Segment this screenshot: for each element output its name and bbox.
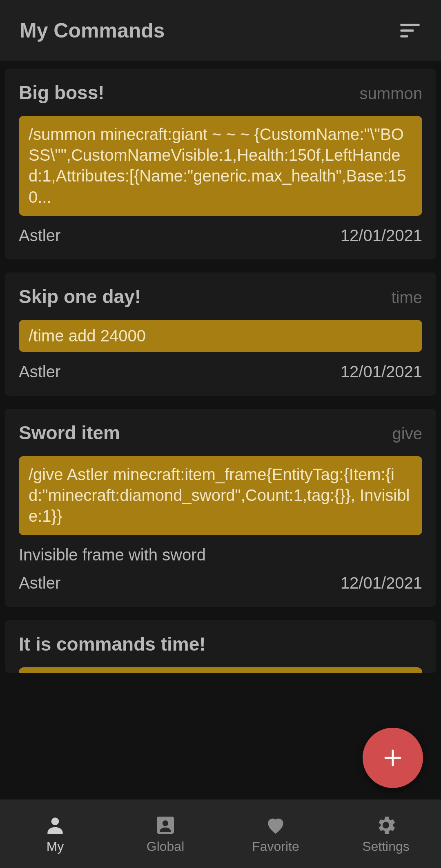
- card-footer: Astler 12/01/2021: [19, 226, 422, 245]
- card-author: Astler: [19, 363, 60, 381]
- command-code[interactable]: [19, 667, 422, 673]
- nav-settings[interactable]: Settings: [331, 799, 441, 868]
- gear-icon: [374, 814, 397, 837]
- heart-icon: [264, 814, 287, 837]
- command-code[interactable]: /time add 24000: [19, 320, 422, 352]
- plus-icon: [382, 747, 404, 769]
- nav-label: Settings: [362, 839, 410, 854]
- nav-my[interactable]: My: [0, 799, 110, 868]
- card-title: Skip one day!: [19, 286, 141, 308]
- nav-favorite[interactable]: Favorite: [220, 799, 331, 868]
- card-author: Astler: [19, 226, 60, 245]
- card-footer: Astler 12/01/2021: [19, 363, 422, 381]
- top-bar: My Commands: [0, 0, 441, 61]
- command-card[interactable]: Skip one day! time /time add 24000 Astle…: [5, 272, 436, 396]
- card-tag: time: [391, 288, 422, 307]
- card-tag: give: [392, 425, 422, 443]
- card-date: 12/01/2021: [341, 574, 422, 592]
- nav-global[interactable]: Global: [110, 799, 220, 868]
- sort-icon[interactable]: [399, 19, 421, 42]
- page-title: My Commands: [20, 19, 165, 42]
- card-title: Sword item: [19, 422, 120, 444]
- card-header: It is commands time!: [19, 633, 422, 655]
- add-button[interactable]: [363, 728, 423, 788]
- command-card[interactable]: It is commands time!: [5, 620, 436, 673]
- card-title: It is commands time!: [19, 633, 206, 655]
- person-icon: [44, 814, 67, 837]
- account-box-icon: [154, 814, 177, 837]
- command-card[interactable]: Big boss! summon /summon minecraft:giant…: [5, 69, 436, 259]
- bottom-nav: My Global Favorite Settings: [0, 799, 441, 868]
- command-code[interactable]: /give Astler minecraft:item_frame{Entity…: [19, 456, 422, 535]
- card-description: Invisible frame with sword: [19, 546, 422, 564]
- card-footer: Astler 12/01/2021: [19, 574, 422, 592]
- card-date: 12/01/2021: [341, 226, 422, 245]
- svg-point-7: [163, 820, 168, 826]
- card-date: 12/01/2021: [341, 363, 422, 381]
- card-tag: summon: [360, 84, 422, 103]
- command-code[interactable]: /summon minecraft:giant ~ ~ ~ {CustomNam…: [19, 116, 422, 216]
- nav-label: Favorite: [252, 839, 299, 854]
- command-card[interactable]: Sword item give /give Astler minecraft:i…: [5, 409, 436, 607]
- card-author: Astler: [19, 574, 60, 592]
- nav-label: Global: [147, 839, 185, 854]
- svg-point-5: [51, 817, 59, 825]
- card-header: Skip one day! time: [19, 286, 422, 308]
- content-scroll[interactable]: Big boss! summon /summon minecraft:giant…: [0, 61, 441, 799]
- card-header: Sword item give: [19, 422, 422, 444]
- card-title: Big boss!: [19, 82, 105, 104]
- card-header: Big boss! summon: [19, 82, 422, 104]
- nav-label: My: [47, 839, 64, 854]
